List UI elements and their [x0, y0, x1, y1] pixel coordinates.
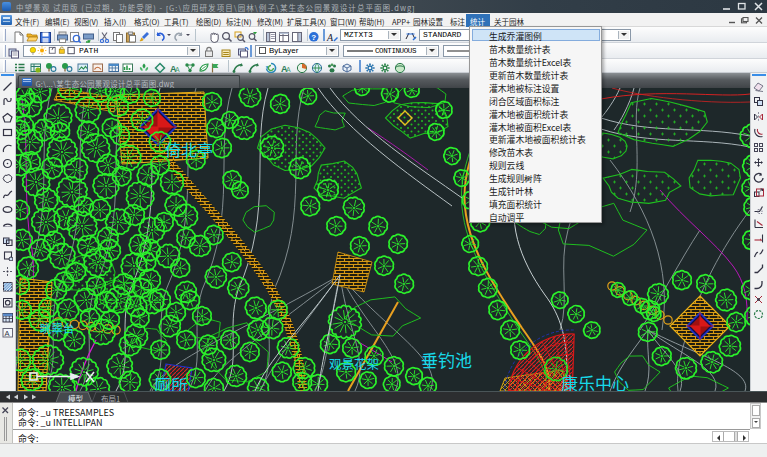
svg-text:?: ?	[311, 32, 316, 41]
svg-text:眺翠台: 眺翠台	[40, 320, 75, 336]
svg-text:康乐中心: 康乐中心	[561, 370, 629, 391]
svg-text:厕所: 厕所	[154, 372, 188, 391]
svg-text:A: A	[326, 32, 334, 43]
svg-text:A: A	[175, 65, 180, 72]
svg-text:A: A	[286, 65, 291, 72]
svg-text:A: A	[5, 329, 10, 338]
svg-text:观景花架: 观景花架	[329, 354, 379, 373]
svg-text:倚北亭: 倚北亭	[165, 137, 213, 161]
svg-text:垂钓池: 垂钓池	[421, 347, 472, 372]
